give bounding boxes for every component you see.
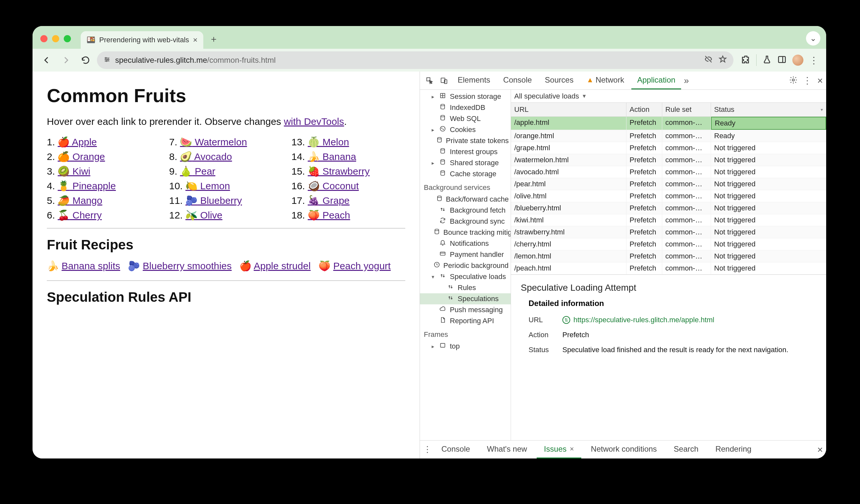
fruit-link[interactable]: 🍈 Melon	[308, 136, 349, 147]
fruit-link[interactable]: 🍋 Lemon	[185, 181, 230, 191]
browser-tab[interactable]: 🍱 Prerendering with web-vitals ×	[81, 31, 203, 49]
sidebar-item[interactable]: Private state tokens	[420, 135, 511, 146]
sidebar-item[interactable]: Push messaging	[420, 304, 511, 315]
devtools-tab-network[interactable]: ▲Network	[580, 72, 630, 89]
sidebar-item[interactable]: Reporting API	[420, 315, 511, 327]
omnibox[interactable]: speculative-rules.glitch.me/common-fruit…	[97, 52, 733, 69]
sidebar-item[interactable]: Web SQL	[420, 113, 511, 124]
drawer-tab-search[interactable]: Search	[666, 441, 705, 459]
sidebar-item[interactable]: Cache storage	[420, 169, 511, 179]
site-settings-icon[interactable]	[103, 56, 111, 65]
window-minimize[interactable]	[52, 35, 59, 42]
devtools-tab-elements[interactable]: Elements	[452, 72, 496, 89]
devtools-link[interactable]: with DevTools	[284, 116, 344, 127]
table-row[interactable]: /grape.html Prefetch common-… Not trigge…	[511, 142, 826, 154]
table-row[interactable]: /peach.html Prefetch common-… Not trigge…	[511, 262, 826, 274]
column-header[interactable]: Status▾	[711, 103, 827, 116]
nav-forward-button[interactable]	[58, 52, 74, 68]
drawer-tab-console[interactable]: Console	[434, 441, 477, 459]
sidebar-item[interactable]: Bounce tracking mitigations	[420, 227, 511, 238]
sidebar-item[interactable]: ▸Cookies	[420, 124, 511, 135]
devtools-tab-sources[interactable]: Sources	[539, 72, 579, 89]
fruit-link[interactable]: 🍉 Watermelon	[180, 136, 247, 147]
detail-value-url[interactable]: ⇅ https://speculative-rules.glitch.me/ap…	[562, 316, 816, 324]
drawer-tab-network-conditions[interactable]: Network conditions	[584, 441, 664, 459]
sidebar-item[interactable]: Notifications	[420, 238, 511, 249]
fruit-link[interactable]: 🍒 Cherry	[58, 210, 101, 220]
sidepanel-icon[interactable]	[777, 55, 787, 66]
nav-back-button[interactable]	[38, 52, 55, 68]
table-row[interactable]: /avocado.html Prefetch common-… Not trig…	[511, 166, 826, 178]
inspect-icon[interactable]	[423, 74, 436, 87]
reload-button[interactable]	[77, 52, 94, 68]
drawer-tab-issues[interactable]: Issues×	[537, 441, 581, 459]
sidebar-item[interactable]: Speculations	[420, 293, 511, 304]
sidebar-item[interactable]: ▸Session storage	[420, 91, 511, 102]
sidebar-item[interactable]: Rules	[420, 282, 511, 293]
table-row[interactable]: /apple.html Prefetch common-… Ready	[511, 117, 826, 130]
window-close[interactable]	[40, 35, 47, 42]
column-header[interactable]: Action	[627, 103, 662, 116]
recipe-link[interactable]: Apple strudel	[254, 260, 311, 271]
table-row[interactable]: /olive.html Prefetch common-… Not trigge…	[511, 190, 826, 202]
bookmark-star-icon[interactable]	[718, 55, 727, 66]
table-row[interactable]: /cherry.html Prefetch common-… Not trigg…	[511, 238, 826, 250]
tab-overflow-button[interactable]: ⌄	[806, 31, 820, 45]
tabs-overflow-icon[interactable]: »	[684, 75, 689, 86]
fruit-link[interactable]: 🥑 Avocado	[180, 151, 232, 162]
labs-icon[interactable]	[762, 55, 772, 66]
sidebar-item[interactable]: Back/forward cache	[420, 194, 511, 205]
sidebar-item[interactable]: ▸Shared storage	[420, 157, 511, 169]
drawer-close-icon[interactable]: ×	[817, 444, 823, 455]
table-row[interactable]: /blueberry.html Prefetch common-… Not tr…	[511, 202, 826, 214]
recipe-link[interactable]: Banana splits	[61, 260, 120, 271]
eye-off-icon[interactable]	[704, 55, 713, 66]
table-row[interactable]: /strawberry.html Prefetch common-… Not t…	[511, 226, 826, 238]
fruit-link[interactable]: 🥥 Coconut	[308, 181, 359, 191]
sidebar-item[interactable]: Payment handler	[420, 249, 511, 260]
table-row[interactable]: /pear.html Prefetch common-… Not trigger…	[511, 178, 826, 190]
fruit-link[interactable]: 🥝 Kiwi	[58, 166, 90, 176]
fruit-link[interactable]: 🍊 Orange	[58, 151, 105, 162]
extensions-icon[interactable]	[741, 55, 750, 66]
recipe-link[interactable]: Peach yogurt	[333, 260, 391, 271]
device-toggle-icon[interactable]	[438, 74, 450, 87]
profile-avatar[interactable]	[792, 55, 803, 66]
devtools-menu-icon[interactable]: ⋮	[803, 75, 812, 86]
table-row[interactable]: /watermelon.html Prefetch common-… Not t…	[511, 154, 826, 166]
drawer-tab-what-s-new[interactable]: What's new	[480, 441, 534, 459]
window-maximize[interactable]	[64, 35, 71, 42]
sidebar-item[interactable]: IndexedDB	[420, 102, 511, 113]
drawer-tab-rendering[interactable]: Rendering	[708, 441, 759, 459]
devtools-close-icon[interactable]: ×	[817, 75, 823, 86]
devtools-tab-console[interactable]: Console	[497, 72, 538, 89]
recipe-link[interactable]: Blueberry smoothies	[143, 260, 232, 271]
fruit-link[interactable]: 🍓 Strawberry	[308, 166, 370, 176]
drawer-menu-icon[interactable]: ⋮	[423, 445, 432, 455]
sidebar-item[interactable]: Background fetch	[420, 205, 511, 216]
fruit-link[interactable]: 🍌 Banana	[308, 151, 356, 162]
column-header[interactable]: URL	[511, 103, 627, 116]
browser-menu-icon[interactable]: ⋮	[809, 55, 819, 66]
speculations-filter[interactable]: All speculative loads ▼	[511, 90, 826, 103]
fruit-link[interactable]: 🫒 Olive	[185, 210, 223, 220]
table-row[interactable]: /lemon.html Prefetch common-… Not trigge…	[511, 250, 826, 262]
new-tab-button[interactable]: ＋	[207, 32, 220, 45]
table-row[interactable]: /orange.html Prefetch common-… Ready	[511, 130, 826, 142]
sidebar-item[interactable]: Interest groups	[420, 146, 511, 157]
sidebar-item[interactable]: Periodic background sync	[420, 260, 511, 271]
fruit-link[interactable]: 🍐 Pear	[180, 166, 215, 176]
tab-close-icon[interactable]: ×	[193, 35, 198, 45]
fruit-link[interactable]: 🫐 Blueberry	[185, 195, 242, 206]
sidebar-item[interactable]: ▾Speculative loads	[420, 271, 511, 282]
fruit-link[interactable]: 🍑 Peach	[308, 210, 350, 220]
sidebar-item[interactable]: ▸top	[420, 341, 511, 352]
table-row[interactable]: /kiwi.html Prefetch common-… Not trigger…	[511, 214, 826, 226]
devtools-tab-application[interactable]: Application	[631, 72, 681, 89]
fruit-link[interactable]: 🍇 Grape	[308, 195, 350, 206]
fruit-link[interactable]: 🍎 Apple	[58, 136, 97, 147]
fruit-link[interactable]: 🥭 Mango	[58, 195, 102, 206]
sidebar-item[interactable]: Background sync	[420, 216, 511, 227]
fruit-link[interactable]: 🍍 Pineapple	[58, 181, 116, 191]
settings-gear-icon[interactable]	[789, 76, 798, 86]
